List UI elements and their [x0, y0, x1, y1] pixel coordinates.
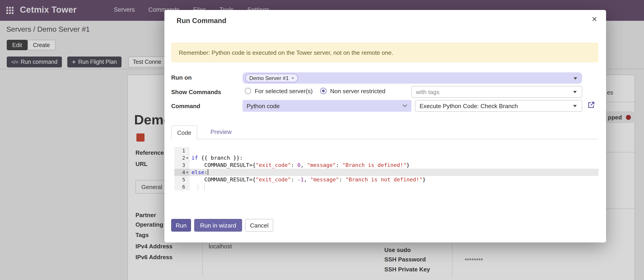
editor-lines[interactable]: if {{ branch }}: COMMAND_RESULT={"exit_c…	[190, 147, 598, 190]
radio-non-server-restricted[interactable]	[320, 88, 326, 94]
close-icon[interactable]: ×	[592, 15, 597, 24]
gutter-line-number: 2▾	[174, 154, 190, 162]
code-line[interactable]: COMMAND_RESULT={"exit_code": 0, "message…	[190, 162, 598, 169]
screen: Cetmix Tower Servers Commands Files Tool…	[0, 0, 644, 280]
fold-arrow-icon[interactable]: ▾	[185, 156, 189, 160]
chevron-down-icon	[573, 91, 577, 93]
chevron-down-icon	[574, 77, 577, 79]
radio-for-selected-servers[interactable]	[245, 88, 251, 94]
fold-arrow-icon[interactable]: ▾	[185, 170, 189, 174]
chevron-down-icon	[573, 105, 577, 107]
external-link-icon[interactable]	[587, 101, 595, 111]
code-line[interactable]: COMMAND_RESULT={"exit_code": -1, "messag…	[190, 176, 598, 183]
gutter-line-number: 6	[174, 183, 190, 190]
warning-alert: Remember: Python code is executed on the…	[171, 43, 598, 62]
cancel-button[interactable]: Cancel	[245, 219, 273, 232]
server-tag-chip: Demo Server #1 ×	[245, 74, 298, 82]
radio-label-non-restricted[interactable]: Non server restricted	[330, 88, 386, 94]
code-line[interactable]: else:	[190, 169, 598, 176]
gutter-line-number: 3	[174, 162, 190, 169]
gutter-line-number: 1	[174, 147, 190, 154]
gutter-line-number: 5	[174, 176, 190, 183]
run-on-label: Run on	[171, 74, 192, 81]
code-line[interactable]	[190, 183, 598, 190]
tab-preview[interactable]: Preview	[210, 128, 232, 135]
radio-label-selected-servers[interactable]: For selected server(s)	[255, 88, 313, 94]
code-line[interactable]	[190, 147, 598, 154]
chip-remove-icon[interactable]: ×	[292, 76, 294, 80]
command-type-select[interactable]: Python code	[242, 100, 412, 112]
command-select[interactable]: Execute Python Code: Check Branch	[415, 100, 582, 112]
editor-gutter: 12▾34▾56	[174, 147, 190, 190]
run-in-wizard-button[interactable]: Run in wizard	[194, 219, 242, 232]
tags-select[interactable]: with tags	[412, 86, 582, 98]
run-on-field[interactable]: Demo Server #1 ×	[242, 72, 582, 84]
modal-title: Run Command	[176, 17, 226, 25]
show-commands-label: Show Commands	[171, 89, 221, 95]
tab-code[interactable]: Code	[171, 125, 197, 139]
run-button[interactable]: Run	[171, 219, 191, 232]
run-command-modal: Run Command × Remember: Python code is e…	[164, 10, 606, 242]
code-line[interactable]: if {{ branch }}:	[190, 154, 598, 162]
chevron-down-icon	[402, 102, 407, 107]
text-cursor	[208, 169, 208, 175]
gutter-line-number: 4▾	[174, 169, 190, 176]
command-label: Command	[171, 103, 200, 109]
notebook-tabs: Code Preview	[171, 125, 598, 139]
